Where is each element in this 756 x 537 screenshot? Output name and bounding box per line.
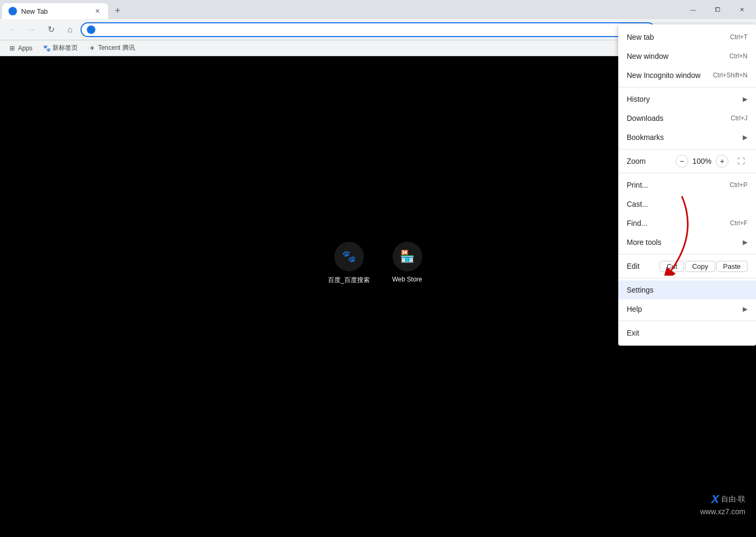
menu-find-shortcut: Ctrl+F [730,219,748,227]
tab-favicon: 🐾 [8,7,17,15]
minimize-button[interactable]: — [681,0,705,19]
new-tab-button[interactable]: + [110,3,125,18]
tencent-icon: ✈ [88,45,96,52]
menu-exit-label: Exit [627,329,748,337]
menu-help-arrow: ▶ [743,305,748,313]
apps-grid-icon: ⊞ [8,45,16,52]
watermark-logo: X 自由·联 [700,492,745,506]
menu-more-tools[interactable]: More tools ▶ [618,233,756,252]
menu-divider-6 [618,321,756,321]
context-menu: New tab Ctrl+T New window Ctrl+N New Inc… [618,24,756,346]
newtab-favicon-icon: 🐾 [43,45,50,52]
address-input[interactable] [99,25,649,34]
menu-zoom-row: Zoom − 100% + ⛶ [618,152,756,171]
bookmark-newtab-label: 新标签页 [52,43,78,52]
menu-divider-1 [618,87,756,87]
shortcuts-container: 🐾 百度_百度搜索 🏪 Web Store [325,242,431,285]
menu-bookmarks[interactable]: Bookmarks ▶ [618,128,756,147]
menu-divider-3 [618,173,756,173]
menu-downloads-shortcut: Ctrl+J [731,115,748,122]
x-logo-icon: X [711,492,719,506]
menu-new-tab-shortcut: Ctrl+T [730,33,748,41]
menu-bookmarks-label: Bookmarks [627,133,739,142]
zoom-decrease-button[interactable]: − [675,155,688,168]
watermark-text: 自由·联 [721,495,745,504]
menu-downloads-label: Downloads [627,114,731,122]
zoom-controls: − 100% + ⛶ [675,155,748,168]
restore-button[interactable]: ⧠ [705,0,730,19]
bookmark-newtab[interactable]: 🐾 新标签页 [39,42,82,54]
menu-zoom-label: Zoom [627,157,675,165]
address-bar[interactable]: 🐾 [81,22,655,37]
close-button[interactable]: ✕ [730,0,754,19]
menu-new-incognito-label: New Incognito window [627,71,713,80]
menu-history-label: History [627,95,739,103]
menu-print-shortcut: Ctrl+P [730,181,748,189]
zoom-fullscreen-button[interactable]: ⛶ [735,155,748,168]
menu-edit-row: Edit Cut Copy Paste [618,257,756,276]
webstore-icon: 🏪 [393,242,422,271]
menu-more-tools-label: More tools [627,238,739,247]
title-bar: 🐾 New Tab ✕ + — ⧠ ✕ [0,0,756,19]
cut-button[interactable]: Cut [660,261,684,272]
menu-divider-4 [618,254,756,254]
menu-settings[interactable]: Settings [618,280,756,300]
shortcut-webstore[interactable]: 🏪 Web Store [384,242,431,285]
bookmark-apps-label: Apps [18,45,32,52]
menu-more-tools-arrow: ▶ [743,239,748,246]
menu-new-window-label: New window [627,52,730,60]
watermark: X 自由·联 www.xz7.com [700,492,745,516]
menu-print[interactable]: Print... Ctrl+P [618,175,756,195]
menu-find-label: Find... [627,219,730,227]
bookmark-tencent[interactable]: ✈ Tencent 腾讯 [84,42,139,54]
zoom-value-display: 100% [692,157,711,165]
home-button[interactable]: ⌂ [61,21,78,38]
copy-button[interactable]: Copy [685,261,715,272]
watermark-site: www.xz7.com [700,507,745,516]
menu-help[interactable]: Help ▶ [618,300,756,319]
reload-button[interactable]: ↻ [42,21,59,38]
menu-new-tab-label: New tab [627,33,730,41]
menu-edit-label: Edit [627,262,660,270]
webstore-label: Web Store [392,276,422,283]
menu-new-incognito[interactable]: New Incognito window Ctrl+Shift+N [618,66,756,85]
menu-history-arrow: ▶ [743,95,748,103]
menu-cast[interactable]: Cast... [618,195,756,214]
active-tab[interactable]: 🐾 New Tab ✕ [2,3,108,19]
menu-help-label: Help [627,305,739,313]
shortcut-baidu[interactable]: 🐾 百度_百度搜索 [325,242,373,285]
back-button[interactable]: ← [4,21,21,38]
menu-downloads[interactable]: Downloads Ctrl+J [618,109,756,128]
menu-find[interactable]: Find... Ctrl+F [618,214,756,233]
window-controls: — ⧠ ✕ [681,0,754,19]
menu-exit[interactable]: Exit [618,323,756,342]
zoom-increase-button[interactable]: + [716,155,728,168]
tab-bar: 🐾 New Tab ✕ + [2,0,681,19]
tab-title: New Tab [21,7,89,15]
bookmark-tencent-label: Tencent 腾讯 [98,43,135,52]
menu-bookmarks-arrow: ▶ [743,134,748,141]
menu-new-window[interactable]: New window Ctrl+N [618,47,756,66]
menu-settings-label: Settings [627,286,748,294]
menu-divider-2 [618,149,756,149]
paste-button[interactable]: Paste [716,261,748,272]
baidu-label: 百度_百度搜索 [328,276,370,285]
menu-print-label: Print... [627,181,730,189]
menu-new-incognito-shortcut: Ctrl+Shift+N [713,72,748,79]
menu-cast-label: Cast... [627,200,748,208]
tab-close-button[interactable]: ✕ [93,7,102,15]
menu-new-window-shortcut: Ctrl+N [730,52,748,60]
menu-divider-5 [618,278,756,278]
forward-button[interactable]: → [23,21,40,38]
bookmark-apps[interactable]: ⊞ Apps [4,42,37,54]
menu-new-tab[interactable]: New tab Ctrl+T [618,28,756,47]
baidu-icon: 🐾 [334,242,364,271]
address-favicon: 🐾 [87,25,95,34]
edit-buttons: Cut Copy Paste [660,261,748,272]
menu-history[interactable]: History ▶ [618,90,756,109]
